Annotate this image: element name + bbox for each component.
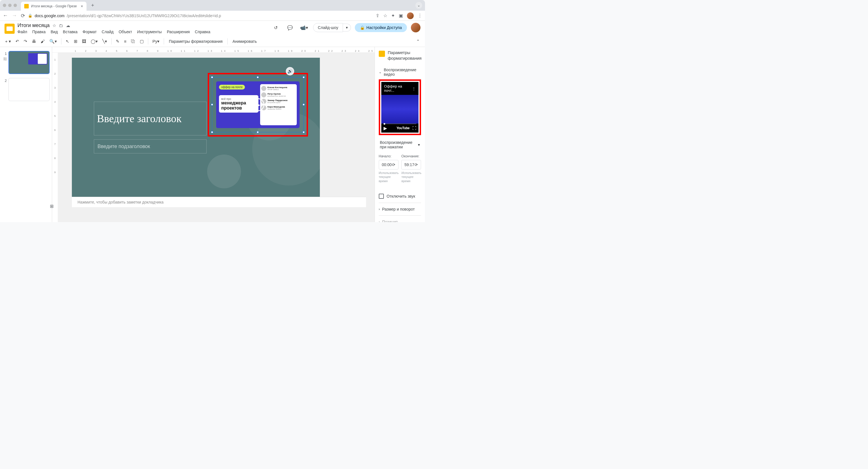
pen-icon[interactable]: ✎ [114,38,121,45]
select-tool-icon[interactable]: ↖ [64,38,71,45]
close-icon[interactable]: × [81,4,83,8]
mute-checkbox-row[interactable]: Отключить звук [379,189,421,203]
slides-logo[interactable] [4,24,14,34]
forward-icon[interactable]: → [12,13,17,19]
comments-icon[interactable]: 💬 [285,23,295,33]
browser-url-bar: ← → ⟳ 🔒 docs.google.com/presentation/d/1… [0,11,425,21]
slideshow-button[interactable]: Слайд-шоу ▼ [313,23,351,32]
undo-icon[interactable]: ↶ [14,38,21,45]
crop-icon[interactable]: ⿻ [129,38,137,45]
new-slide-button[interactable]: + ▾ [3,38,13,45]
slideshow-dropdown[interactable]: ▼ [343,24,351,32]
menu-help[interactable]: Справка [195,30,210,34]
menu-file[interactable]: Файл [18,30,27,34]
line-icon[interactable]: ╲▾ [101,38,109,45]
video-selection[interactable]: оффер на почте всё про менеджера проекто… [212,77,304,132]
address-bar[interactable]: 🔒 docs.google.com/presentation/d/1-qp78z… [28,13,373,18]
subtitle-placeholder[interactable]: Введите подзаголовок [94,139,207,154]
redo-icon[interactable]: ↷ [22,38,29,45]
cloud-icon[interactable]: ☁ [66,23,70,28]
extensions-icon[interactable]: ✦ [391,13,395,18]
play-icon[interactable]: ▶ [251,98,265,111]
textbox-icon[interactable]: ⊞ [72,38,79,45]
sidebar-title: Параметры форматирования [388,50,422,61]
sidepanel-icon[interactable]: ▣ [399,13,403,18]
refresh-icon[interactable]: ⟳ [414,162,418,167]
print-icon[interactable]: 🖶 [30,38,38,45]
move-icon[interactable]: 🗀 [59,23,63,28]
menu-edit[interactable]: Правка [32,30,45,34]
refresh-icon[interactable]: ⟳ [392,162,395,167]
ruler-horizontal: 1 2 3 4 5 6 7 8 9 10 11 12 13 14 15 16 1… [52,47,375,53]
menu-tools[interactable]: Инструменты [137,30,162,34]
menu-insert[interactable]: Вставка [63,30,78,34]
menu-extensions[interactable]: Расширения [167,30,190,34]
window-controls[interactable] [3,4,17,7]
tab-title: Итоги месяца - Google Презе [31,4,77,8]
section-position[interactable]: › Позиция [379,215,421,222]
menu-format[interactable]: Формат [83,30,97,34]
format-options-button[interactable]: Параметры форматирования [166,38,225,45]
doc-title[interactable]: Итоги месяца [18,23,50,28]
mask-icon[interactable]: ▢ [138,38,146,45]
mute-checkbox[interactable] [379,194,384,199]
canvas-wrap: 1 2 3 4 5 6 7 8 9 10 11 12 13 14 15 16 1… [52,47,375,222]
start-time-input[interactable]: 00:00 ⟳ [379,160,399,169]
tab-favicon [24,4,29,8]
slide-thumb-2[interactable] [8,78,50,101]
youtube-logo[interactable]: YouTube [397,126,409,130]
slide-thumb-1[interactable] [8,51,50,74]
video-highlight-box: 🔊 оффер на почте всё про менедже [208,73,308,137]
filmstrip: 1 ⛓ 2 [0,47,52,222]
start-hint[interactable]: Использовать текущее время [379,171,399,183]
py-button[interactable]: Py ▾ [151,38,161,45]
video-chip: оффер на почте [219,85,245,90]
shape-icon[interactable]: ◯▾ [89,38,99,45]
star-icon[interactable]: ☆ [383,13,387,18]
new-tab-button[interactable]: + [89,1,97,9]
image-icon[interactable]: 🖼 [80,38,88,45]
menu-object[interactable]: Объект [119,30,132,34]
menubar: Файл Правка Вид Вставка Формат Слайд Объ… [18,30,268,36]
share-button[interactable]: 🔒 Настройки Доступа [355,23,407,32]
fullscreen-icon[interactable]: ⛶ [412,126,416,130]
progress-bar[interactable] [383,124,416,124]
video-preview-player[interactable]: Оффер на почт... ⋮ ▶ YouTube ⛶ [381,82,418,133]
star-icon[interactable]: ☆ [53,23,56,28]
url-path: /presentation/d/1-qp78zwChWsYUs3B1SUnl12… [67,13,221,18]
title-placeholder[interactable]: Введите заголовок [94,102,207,135]
slide-number-2: 2 [2,78,7,101]
paint-format-icon[interactable]: 🖌 [39,38,46,45]
lock-icon: 🔒 [360,25,365,30]
collapse-toolbar-icon[interactable]: ⌃ [414,38,422,45]
end-time-input[interactable]: 59:17 ⟳ [401,160,421,169]
history-icon[interactable]: ↺ [271,23,281,33]
zoom-icon[interactable]: 🔍▾ [48,38,59,45]
animate-button[interactable]: Анимировать [230,38,259,45]
present-camera-icon[interactable]: 📹▾ [299,23,309,33]
end-hint[interactable]: Использовать текущее время [402,171,422,183]
speaker-icon[interactable]: 🔊 [286,67,294,75]
close-icon[interactable]: ✕ [425,50,425,55]
browser-tab[interactable]: Итоги месяца - Google Презе × [21,2,87,11]
end-label: Окончание: [401,154,421,158]
align-icon[interactable]: ≡ [122,38,128,45]
share-icon[interactable]: ⇪ [376,13,379,18]
tab-overflow-button[interactable]: ⌄ [415,2,422,9]
section-size-rotate[interactable]: › Размер и поворот [379,203,421,215]
explore-icon[interactable]: ⊞ [50,204,56,210]
play-icon[interactable]: ▶ [383,126,387,131]
menu-icon[interactable]: ⋮ [412,87,416,91]
video-preview-highlight: Оффер на почт... ⋮ ▶ YouTube ⛶ [379,79,421,135]
section-video-playback[interactable]: ⌄ Воспроизведение видео [379,65,421,79]
profile-avatar[interactable] [407,12,414,19]
reload-icon[interactable]: ⟳ [21,13,25,19]
back-icon[interactable]: ← [3,13,8,19]
user-avatar[interactable] [411,23,421,32]
speaker-notes[interactable]: Нажмите, чтобы добавить заметки докладчи… [72,197,366,207]
play-mode-dropdown[interactable]: Воспроизведение при нажатии ▾ [379,138,421,152]
menu-slide[interactable]: Слайд [102,30,114,34]
slide-canvas[interactable]: Введите заголовок Введите подзаголовок 🔊 [72,58,320,197]
menu-view[interactable]: Вид [51,30,58,34]
menu-icon[interactable]: ⋮ [417,13,422,18]
